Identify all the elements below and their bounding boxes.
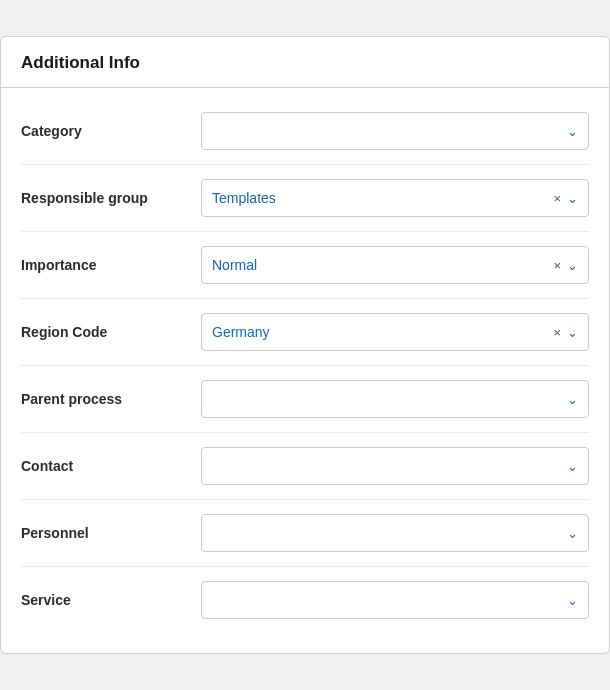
select-value-responsible_group: Templates: [212, 190, 276, 206]
label-service: Service: [21, 592, 201, 608]
select-personnel[interactable]: ⌄: [201, 514, 589, 552]
control-service: ⌄: [201, 581, 589, 619]
label-responsible_group: Responsible group: [21, 190, 201, 206]
form-row-parent_process: Parent process ⌄: [21, 366, 589, 433]
select-icons-contact: ⌄: [567, 459, 578, 474]
form-row-region_code: Region CodeGermany×⌄: [21, 299, 589, 366]
form-row-personnel: Personnel ⌄: [21, 500, 589, 567]
control-personnel: ⌄: [201, 514, 589, 552]
label-region_code: Region Code: [21, 324, 201, 340]
form-row-service: Service ⌄: [21, 567, 589, 633]
chevron-down-icon-category[interactable]: ⌄: [567, 124, 578, 139]
control-importance: Normal×⌄: [201, 246, 589, 284]
chevron-down-icon-importance[interactable]: ⌄: [567, 259, 578, 272]
chevron-down-icon-responsible_group[interactable]: ⌄: [567, 192, 578, 205]
select-icons-importance: ×⌄: [553, 259, 578, 272]
select-value-region_code: Germany: [212, 324, 270, 340]
control-contact: ⌄: [201, 447, 589, 485]
page-title: Additional Info: [21, 53, 140, 72]
select-parent_process[interactable]: ⌄: [201, 380, 589, 418]
clear-icon-responsible_group[interactable]: ×: [553, 192, 561, 205]
select-icons-responsible_group: ×⌄: [553, 192, 578, 205]
control-responsible_group: Templates×⌄: [201, 179, 589, 217]
select-contact[interactable]: ⌄: [201, 447, 589, 485]
select-value-importance: Normal: [212, 257, 257, 273]
form-row-responsible_group: Responsible groupTemplates×⌄: [21, 165, 589, 232]
select-icons-personnel: ⌄: [567, 526, 578, 541]
form-row-contact: Contact ⌄: [21, 433, 589, 500]
chevron-down-icon-region_code[interactable]: ⌄: [567, 326, 578, 339]
control-parent_process: ⌄: [201, 380, 589, 418]
control-region_code: Germany×⌄: [201, 313, 589, 351]
select-importance[interactable]: Normal×⌄: [201, 246, 589, 284]
select-responsible_group[interactable]: Templates×⌄: [201, 179, 589, 217]
label-contact: Contact: [21, 458, 201, 474]
select-icons-category: ⌄: [567, 124, 578, 139]
control-category: ⌄: [201, 112, 589, 150]
chevron-down-icon-parent_process[interactable]: ⌄: [567, 392, 578, 407]
select-icons-parent_process: ⌄: [567, 392, 578, 407]
select-icons-service: ⌄: [567, 593, 578, 608]
card-body: Category ⌄Responsible groupTemplates×⌄Im…: [1, 88, 609, 653]
label-importance: Importance: [21, 257, 201, 273]
form-row-category: Category ⌄: [21, 98, 589, 165]
chevron-down-icon-service[interactable]: ⌄: [567, 593, 578, 608]
select-service[interactable]: ⌄: [201, 581, 589, 619]
card-header: Additional Info: [1, 37, 609, 88]
clear-icon-region_code[interactable]: ×: [553, 326, 561, 339]
clear-icon-importance[interactable]: ×: [553, 259, 561, 272]
additional-info-card: Additional Info Category ⌄Responsible gr…: [0, 36, 610, 654]
select-icons-region_code: ×⌄: [553, 326, 578, 339]
label-parent_process: Parent process: [21, 391, 201, 407]
form-row-importance: ImportanceNormal×⌄: [21, 232, 589, 299]
label-category: Category: [21, 123, 201, 139]
select-category[interactable]: ⌄: [201, 112, 589, 150]
chevron-down-icon-contact[interactable]: ⌄: [567, 459, 578, 474]
label-personnel: Personnel: [21, 525, 201, 541]
chevron-down-icon-personnel[interactable]: ⌄: [567, 526, 578, 541]
select-region_code[interactable]: Germany×⌄: [201, 313, 589, 351]
